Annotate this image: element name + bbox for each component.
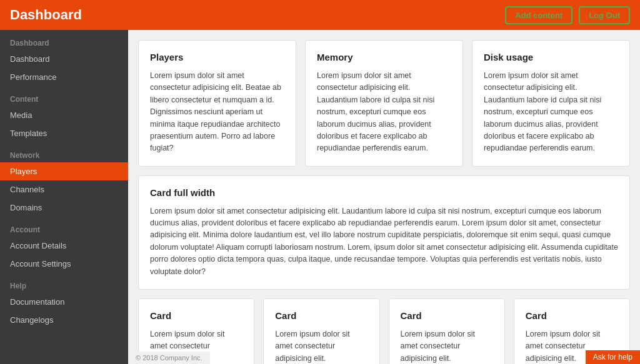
- memory-card: Memory Lorem ipsum dolor sit amet consec…: [305, 40, 463, 167]
- main-layout: Dashboard Dashboard Performance Content …: [0, 30, 640, 364]
- bottom-card-4-title: Card: [526, 310, 618, 321]
- sidebar-item-documentation[interactable]: Documentation: [0, 293, 128, 311]
- sidebar-item-templates[interactable]: Templates: [0, 124, 128, 142]
- sidebar-section-content: Content Media Templates: [0, 86, 128, 142]
- bottom-cards-row: Card Lorem ipsum dolor sit amet consecte…: [138, 298, 630, 364]
- sidebar-section-label-dashboard: Dashboard: [0, 30, 128, 50]
- sidebar-section-label-content: Content: [0, 86, 128, 106]
- bottom-card-2-title: Card: [275, 310, 368, 321]
- bottom-card-3: Card Lorem ipsum dolor sit amet consecte…: [389, 298, 505, 364]
- sidebar-section-label-account: Account: [0, 217, 128, 237]
- topbar-actions: Add content Log Out: [505, 6, 630, 24]
- bottom-card-3-title: Card: [401, 310, 493, 321]
- full-width-card-title: Card full width: [150, 187, 618, 198]
- logout-button[interactable]: Log Out: [579, 6, 630, 24]
- bottom-card-3-text: Lorem ipsum dolor sit amet consectetur a…: [401, 328, 493, 364]
- sidebar-section-account: Account Account Details Account Settings: [0, 217, 128, 273]
- sidebar-section-label-help: Help: [0, 273, 128, 293]
- sidebar-item-players[interactable]: Players: [0, 162, 128, 180]
- sidebar-section-network: Network Players Channels Domains: [0, 142, 128, 217]
- sidebar-item-account-details[interactable]: Account Details: [0, 237, 128, 255]
- memory-card-title: Memory: [317, 52, 451, 62]
- ask-for-help-button[interactable]: Ask for help: [586, 350, 640, 364]
- sidebar-item-account-settings[interactable]: Account Settings: [0, 255, 128, 273]
- copyright: © 2018 Company Inc.: [128, 352, 210, 364]
- bottom-card-2-text: Lorem ipsum dolor sit amet consectetur a…: [275, 328, 368, 364]
- top-cards-row: Players Lorem ipsum dolor sit amet conse…: [138, 40, 630, 167]
- add-content-button[interactable]: Add content: [505, 6, 572, 24]
- topbar-title: Dashboard: [10, 7, 82, 23]
- topbar: Dashboard Add content Log Out: [0, 0, 640, 30]
- full-width-card: Card full width Lorem ipsum dolor sit am…: [138, 175, 630, 290]
- sidebar-item-domains[interactable]: Domains: [0, 199, 128, 217]
- full-width-card-text: Lorem ipsum dolor sit amet consectetur a…: [150, 205, 618, 278]
- sidebar-section-help: Help Documentation Changelogs: [0, 273, 128, 329]
- players-card-title: Players: [150, 52, 284, 62]
- sidebar-item-channels[interactable]: Channels: [0, 180, 128, 199]
- sidebar-item-changelogs[interactable]: Changelogs: [0, 311, 128, 329]
- sidebar-section-dashboard: Dashboard Dashboard Performance: [0, 30, 128, 86]
- players-card: Players Lorem ipsum dolor sit amet conse…: [138, 40, 296, 167]
- disk-usage-card-text: Lorem ipsum dolor sit amet consectetur a…: [484, 70, 618, 155]
- sidebar: Dashboard Dashboard Performance Content …: [0, 30, 128, 364]
- memory-card-text: Lorem ipsum dolor sit amet consectetur a…: [317, 70, 451, 155]
- bottom-card-1-title: Card: [150, 310, 242, 321]
- sidebar-item-performance[interactable]: Performance: [0, 68, 128, 86]
- bottom-card-2: Card Lorem ipsum dolor sit amet consecte…: [263, 298, 379, 364]
- sidebar-item-media[interactable]: Media: [0, 106, 128, 124]
- sidebar-section-label-network: Network: [0, 142, 128, 162]
- players-card-text: Lorem ipsum dolor sit amet consectetur a…: [150, 70, 284, 155]
- disk-usage-card: Disk usage Lorem ipsum dolor sit amet co…: [472, 40, 630, 167]
- content-area: Players Lorem ipsum dolor sit amet conse…: [128, 30, 640, 364]
- disk-usage-card-title: Disk usage: [484, 52, 618, 62]
- sidebar-item-dashboard[interactable]: Dashboard: [0, 50, 128, 68]
